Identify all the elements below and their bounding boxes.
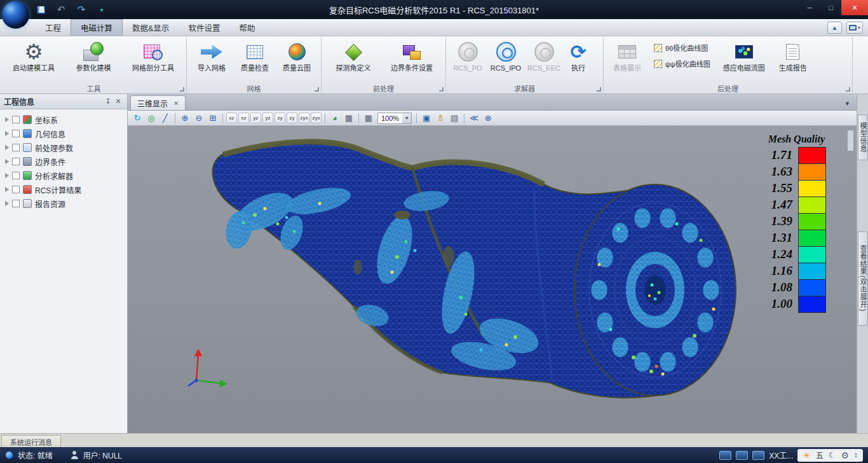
- tree-item-analysis-solver[interactable]: 分析求解器: [3, 169, 127, 183]
- dialog-launcher-icon[interactable]: [180, 87, 184, 92]
- generate-report-button[interactable]: 生成报告: [773, 39, 813, 74]
- orbit-view-button[interactable]: ◎: [145, 112, 158, 125]
- checkbox[interactable]: [12, 158, 20, 165]
- mesh-partition-tool-button[interactable]: 网格剖分工具: [124, 39, 182, 74]
- execute-button[interactable]: ⟳ 执行: [564, 39, 593, 74]
- expand-icon[interactable]: [5, 159, 9, 164]
- zoom-level-select[interactable]: 100% ▼: [377, 113, 412, 124]
- tree-item-boundary-conditions[interactable]: 边界条件: [3, 155, 127, 169]
- tree-item-preprocess-params[interactable]: 前处理参数: [3, 141, 127, 155]
- shaded-mode-button[interactable]: ◕: [329, 112, 341, 125]
- tree-item-rcs-results[interactable]: RCS计算结果: [3, 183, 127, 197]
- viewport-scrollbar[interactable]: [847, 130, 854, 151]
- expand-icon[interactable]: [5, 173, 9, 178]
- checkbox[interactable]: [12, 130, 20, 137]
- view-iso-button[interactable]: zyx: [299, 113, 309, 123]
- export-view-button[interactable]: ≪: [468, 112, 480, 125]
- dialog-launcher-icon[interactable]: [597, 87, 601, 92]
- expand-icon[interactable]: [5, 187, 9, 192]
- parametric-modeling-button[interactable]: 参数化建模: [64, 39, 123, 74]
- rcs-ipo-button[interactable]: RCS_IPO: [487, 39, 524, 74]
- table-display-button[interactable]: 表格展示: [607, 39, 648, 74]
- tab-list-dropdown-icon[interactable]: ▼: [844, 100, 850, 107]
- tab-3d-view[interactable]: 三维显示 ✕: [130, 95, 186, 110]
- dialog-launcher-icon[interactable]: [315, 87, 319, 92]
- rcs-po-button[interactable]: RCS_PO: [449, 39, 486, 74]
- tray-expand-icon[interactable]: ▲▼: [854, 452, 858, 459]
- taskbar-window-icon[interactable]: [752, 451, 764, 460]
- dialog-launcher-icon[interactable]: [439, 87, 444, 92]
- redo-button[interactable]: ↷: [75, 3, 88, 16]
- quality-cloud-map-button[interactable]: 质量云图: [276, 39, 317, 74]
- group-label: 网格: [247, 83, 261, 93]
- minimize-button[interactable]: ─: [799, 0, 820, 15]
- legend-swatch: [798, 147, 826, 164]
- collapse-ribbon-button[interactable]: ▲: [827, 22, 842, 34]
- rcs-eec-button[interactable]: RCS_EEC: [526, 39, 562, 74]
- import-mesh-button[interactable]: 导入网格: [190, 39, 233, 74]
- close-tab-icon[interactable]: ✕: [173, 100, 179, 107]
- launch-modeling-tool-button[interactable]: ⚙ 启动建模工具: [4, 39, 63, 74]
- boundary-condition-settings-button[interactable]: 边界条件设置: [383, 39, 440, 74]
- checkbox[interactable]: [12, 116, 20, 123]
- app-logo-icon[interactable]: [2, 1, 29, 29]
- quality-check-button[interactable]: 质量检查: [234, 39, 275, 74]
- checkbox[interactable]: [12, 200, 20, 207]
- grid-display-button[interactable]: ▦: [362, 112, 375, 125]
- model-info-tab[interactable]: 模型信息: [858, 114, 868, 160]
- view-xz-button[interactable]: xz: [226, 113, 237, 123]
- maximize-button[interactable]: □: [820, 0, 841, 15]
- expand-icon[interactable]: [5, 117, 9, 122]
- checkbox[interactable]: [12, 172, 20, 179]
- view-results-tab[interactable]: 查看结果(双击展开): [858, 232, 868, 326]
- save-button[interactable]: [34, 3, 47, 16]
- view-xz2-button[interactable]: xz: [238, 113, 249, 123]
- expand-icon[interactable]: [5, 201, 9, 206]
- layout-button[interactable]: ▤: [448, 112, 461, 125]
- undo-button[interactable]: ↶: [55, 3, 67, 16]
- view-yz-button[interactable]: yz: [250, 113, 261, 123]
- measure-button[interactable]: ╱: [159, 112, 172, 125]
- expand-icon[interactable]: [5, 131, 9, 136]
- lighting-button[interactable]: ⇯: [434, 112, 447, 125]
- close-panel-icon[interactable]: ✕: [113, 97, 123, 107]
- probe-angle-define-button[interactable]: 探测角定义: [325, 39, 382, 74]
- system-messages-tab[interactable]: 系统运行消息: [1, 435, 61, 448]
- induced-em-current-map-button[interactable]: 感应电磁流图: [717, 39, 771, 74]
- tab-project[interactable]: 工程: [36, 19, 71, 36]
- rotate-view-button[interactable]: ↻: [131, 112, 144, 125]
- qat-customize-button[interactable]: ▾: [95, 3, 108, 16]
- theta-polarization-curve-button[interactable]: θθ极化曲线图: [651, 41, 713, 54]
- tab-help[interactable]: 帮助: [229, 19, 264, 36]
- tray-widget[interactable]: ☀ 五 ☾ ⚙ ▲▼: [797, 449, 863, 462]
- view-yz2-button[interactable]: yz: [262, 113, 273, 123]
- tab-software-settings[interactable]: 软件设置: [179, 19, 229, 36]
- close-button[interactable]: ✕: [841, 0, 868, 15]
- dialog-launcher-icon[interactable]: [846, 87, 850, 92]
- display-options-button[interactable]: ▾: [846, 22, 863, 34]
- view-iso2-button[interactable]: zyx: [311, 113, 322, 123]
- tab-data-display[interactable]: 数据&显示: [123, 19, 179, 36]
- gear-icon[interactable]: ⚙: [841, 450, 849, 460]
- ribbon-group-tools: ⚙ 启动建模工具 参数化建模 网格剖分工具 工具: [1, 37, 187, 93]
- wireframe-mode-button[interactable]: ▦: [342, 112, 355, 125]
- taskbar-window-icon[interactable]: [736, 451, 748, 460]
- checkbox[interactable]: [12, 144, 20, 151]
- clear-view-button[interactable]: ⊗: [482, 112, 494, 125]
- tree-item-report-resources[interactable]: 报告资源: [3, 197, 127, 211]
- zoom-window-button[interactable]: ⊞: [207, 112, 219, 125]
- expand-icon[interactable]: [5, 145, 9, 150]
- checkbox[interactable]: [12, 186, 20, 193]
- zoom-in-button[interactable]: ⊕: [179, 112, 191, 125]
- viewport-3d[interactable]: Mesh Quality 1.71 1.63 1.55 1.47 1.39 1.…: [128, 126, 857, 433]
- screenshot-button[interactable]: ▣: [420, 112, 433, 125]
- view-zy-button[interactable]: zy: [275, 113, 285, 123]
- zoom-out-button[interactable]: ⊖: [193, 112, 205, 125]
- tab-em-computation[interactable]: 电磁计算: [71, 19, 123, 36]
- view-zy2-button[interactable]: zy: [287, 113, 297, 123]
- pin-icon[interactable]: ↧: [103, 97, 113, 107]
- psi-polarization-curve-button[interactable]: ψψ极化曲线图: [651, 57, 713, 70]
- tree-item-geometry-info[interactable]: 几何信息: [3, 127, 127, 141]
- tree-item-coordinate-system[interactable]: 坐标系: [3, 113, 127, 127]
- taskbar-window-icon[interactable]: [719, 451, 731, 460]
